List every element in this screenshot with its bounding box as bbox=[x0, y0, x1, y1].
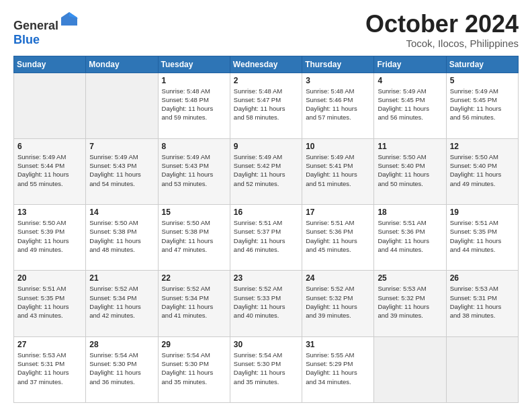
calendar-cell: 23Sunrise: 5:52 AMSunset: 5:33 PMDayligh… bbox=[230, 271, 302, 336]
calendar-cell: 10Sunrise: 5:49 AMSunset: 5:41 PMDayligh… bbox=[302, 138, 374, 204]
day-number: 19 bbox=[450, 208, 515, 217]
calendar-cell bbox=[374, 336, 446, 402]
calendar-cell: 3Sunrise: 5:48 AMSunset: 5:46 PMDaylight… bbox=[302, 73, 374, 138]
header-sunday: Sunday bbox=[14, 56, 86, 73]
day-detail: Sunrise: 5:52 AMSunset: 5:34 PMDaylight:… bbox=[162, 284, 226, 320]
calendar-cell: 9Sunrise: 5:49 AMSunset: 5:42 PMDaylight… bbox=[230, 138, 302, 204]
day-number: 23 bbox=[234, 273, 298, 283]
month-title: October 2024 bbox=[365, 11, 519, 38]
day-detail: Sunrise: 5:48 AMSunset: 5:48 PMDaylight:… bbox=[162, 87, 226, 122]
calendar-cell: 12Sunrise: 5:50 AMSunset: 5:40 PMDayligh… bbox=[446, 138, 518, 204]
calendar-cell: 25Sunrise: 5:53 AMSunset: 5:32 PMDayligh… bbox=[374, 271, 446, 336]
day-detail: Sunrise: 5:49 AMSunset: 5:42 PMDaylight:… bbox=[234, 152, 298, 188]
day-detail: Sunrise: 5:49 AMSunset: 5:44 PMDaylight:… bbox=[17, 152, 82, 188]
day-number: 16 bbox=[234, 208, 298, 217]
header-monday: Monday bbox=[86, 56, 158, 73]
day-number: 7 bbox=[89, 142, 154, 151]
day-detail: Sunrise: 5:50 AMSunset: 5:38 PMDaylight:… bbox=[162, 218, 226, 254]
header-friday: Friday bbox=[374, 56, 446, 73]
day-number: 25 bbox=[378, 273, 442, 283]
calendar-cell: 6Sunrise: 5:49 AMSunset: 5:44 PMDaylight… bbox=[14, 138, 86, 204]
calendar-cell: 19Sunrise: 5:51 AMSunset: 5:35 PMDayligh… bbox=[446, 205, 518, 271]
day-detail: Sunrise: 5:51 AMSunset: 5:35 PMDaylight:… bbox=[450, 218, 515, 254]
calendar-cell: 27Sunrise: 5:53 AMSunset: 5:31 PMDayligh… bbox=[14, 336, 86, 402]
day-detail: Sunrise: 5:50 AMSunset: 5:39 PMDaylight:… bbox=[17, 218, 82, 254]
calendar-cell: 18Sunrise: 5:51 AMSunset: 5:36 PMDayligh… bbox=[374, 205, 446, 271]
day-detail: Sunrise: 5:50 AMSunset: 5:40 PMDaylight:… bbox=[378, 152, 442, 188]
day-detail: Sunrise: 5:49 AMSunset: 5:45 PMDaylight:… bbox=[378, 87, 442, 122]
day-number: 18 bbox=[378, 208, 442, 217]
day-number: 27 bbox=[17, 340, 82, 349]
day-detail: Sunrise: 5:53 AMSunset: 5:31 PMDaylight:… bbox=[450, 284, 515, 320]
calendar-cell: 21Sunrise: 5:52 AMSunset: 5:34 PMDayligh… bbox=[86, 271, 158, 336]
day-number: 21 bbox=[89, 273, 154, 283]
day-detail: Sunrise: 5:54 AMSunset: 5:30 PMDaylight:… bbox=[162, 351, 226, 386]
calendar-row: 20Sunrise: 5:51 AMSunset: 5:35 PMDayligh… bbox=[14, 271, 519, 336]
logo-icon bbox=[60, 11, 79, 30]
calendar-row: 1Sunrise: 5:48 AMSunset: 5:48 PMDaylight… bbox=[14, 73, 519, 138]
day-detail: Sunrise: 5:48 AMSunset: 5:46 PMDaylight:… bbox=[306, 87, 370, 122]
day-number: 26 bbox=[450, 273, 515, 283]
calendar-cell bbox=[14, 73, 86, 138]
day-number: 3 bbox=[306, 76, 370, 85]
day-detail: Sunrise: 5:54 AMSunset: 5:30 PMDaylight:… bbox=[234, 351, 298, 386]
calendar-cell: 30Sunrise: 5:54 AMSunset: 5:30 PMDayligh… bbox=[230, 336, 302, 402]
day-detail: Sunrise: 5:51 AMSunset: 5:37 PMDaylight:… bbox=[234, 218, 298, 254]
day-detail: Sunrise: 5:53 AMSunset: 5:32 PMDaylight:… bbox=[378, 284, 442, 320]
calendar-cell: 26Sunrise: 5:53 AMSunset: 5:31 PMDayligh… bbox=[446, 271, 518, 336]
logo-blue: Blue bbox=[13, 33, 40, 46]
calendar-cell: 7Sunrise: 5:49 AMSunset: 5:43 PMDaylight… bbox=[86, 138, 158, 204]
calendar-cell: 1Sunrise: 5:48 AMSunset: 5:48 PMDaylight… bbox=[158, 73, 230, 138]
day-detail: Sunrise: 5:52 AMSunset: 5:34 PMDaylight:… bbox=[89, 284, 154, 320]
day-number: 15 bbox=[162, 208, 226, 217]
header-saturday: Saturday bbox=[446, 56, 518, 73]
day-detail: Sunrise: 5:49 AMSunset: 5:45 PMDaylight:… bbox=[450, 87, 515, 122]
day-detail: Sunrise: 5:52 AMSunset: 5:32 PMDaylight:… bbox=[306, 284, 370, 320]
day-number: 4 bbox=[378, 76, 442, 85]
day-number: 14 bbox=[89, 208, 154, 217]
day-number: 10 bbox=[306, 142, 370, 151]
location: Tocok, Ilocos, Philippines bbox=[365, 38, 519, 49]
calendar-cell: 8Sunrise: 5:49 AMSunset: 5:43 PMDaylight… bbox=[158, 138, 230, 204]
day-number: 12 bbox=[450, 142, 515, 151]
calendar-cell bbox=[86, 73, 158, 138]
calendar-cell: 22Sunrise: 5:52 AMSunset: 5:34 PMDayligh… bbox=[158, 271, 230, 336]
calendar-cell: 14Sunrise: 5:50 AMSunset: 5:38 PMDayligh… bbox=[86, 205, 158, 271]
day-number: 29 bbox=[162, 340, 226, 349]
day-number: 31 bbox=[306, 340, 370, 349]
calendar-row: 13Sunrise: 5:50 AMSunset: 5:39 PMDayligh… bbox=[14, 205, 519, 271]
day-number: 11 bbox=[378, 142, 442, 151]
day-number: 8 bbox=[162, 142, 226, 151]
calendar-cell: 15Sunrise: 5:50 AMSunset: 5:38 PMDayligh… bbox=[158, 205, 230, 271]
calendar-cell: 16Sunrise: 5:51 AMSunset: 5:37 PMDayligh… bbox=[230, 205, 302, 271]
day-number: 30 bbox=[234, 340, 298, 349]
calendar-cell: 5Sunrise: 5:49 AMSunset: 5:45 PMDaylight… bbox=[446, 73, 518, 138]
calendar-cell: 29Sunrise: 5:54 AMSunset: 5:30 PMDayligh… bbox=[158, 336, 230, 402]
header: General Blue October 2024 Tocok, Ilocos,… bbox=[13, 11, 519, 49]
calendar-cell: 13Sunrise: 5:50 AMSunset: 5:39 PMDayligh… bbox=[14, 205, 86, 271]
day-number: 9 bbox=[234, 142, 298, 151]
day-detail: Sunrise: 5:49 AMSunset: 5:43 PMDaylight:… bbox=[89, 152, 154, 188]
day-detail: Sunrise: 5:55 AMSunset: 5:29 PMDaylight:… bbox=[306, 351, 370, 386]
day-detail: Sunrise: 5:50 AMSunset: 5:38 PMDaylight:… bbox=[89, 218, 154, 254]
day-number: 2 bbox=[234, 76, 298, 85]
calendar-cell bbox=[446, 336, 518, 402]
day-detail: Sunrise: 5:49 AMSunset: 5:41 PMDaylight:… bbox=[306, 152, 370, 188]
day-detail: Sunrise: 5:52 AMSunset: 5:33 PMDaylight:… bbox=[234, 284, 298, 320]
day-detail: Sunrise: 5:49 AMSunset: 5:43 PMDaylight:… bbox=[162, 152, 226, 188]
calendar-cell: 20Sunrise: 5:51 AMSunset: 5:35 PMDayligh… bbox=[14, 271, 86, 336]
day-number: 17 bbox=[306, 208, 370, 217]
calendar-cell: 17Sunrise: 5:51 AMSunset: 5:36 PMDayligh… bbox=[302, 205, 374, 271]
day-number: 20 bbox=[17, 273, 82, 283]
calendar-table: Sunday Monday Tuesday Wednesday Thursday… bbox=[13, 56, 519, 403]
calendar-cell: 28Sunrise: 5:54 AMSunset: 5:30 PMDayligh… bbox=[86, 336, 158, 402]
day-number: 24 bbox=[306, 273, 370, 283]
day-detail: Sunrise: 5:54 AMSunset: 5:30 PMDaylight:… bbox=[89, 351, 154, 386]
day-number: 28 bbox=[89, 340, 154, 349]
day-detail: Sunrise: 5:50 AMSunset: 5:40 PMDaylight:… bbox=[450, 152, 515, 188]
calendar-row: 6Sunrise: 5:49 AMSunset: 5:44 PMDaylight… bbox=[14, 138, 519, 204]
header-wednesday: Wednesday bbox=[230, 56, 302, 73]
day-detail: Sunrise: 5:51 AMSunset: 5:36 PMDaylight:… bbox=[378, 218, 442, 254]
day-detail: Sunrise: 5:48 AMSunset: 5:47 PMDaylight:… bbox=[234, 87, 298, 122]
day-detail: Sunrise: 5:51 AMSunset: 5:36 PMDaylight:… bbox=[306, 218, 370, 254]
